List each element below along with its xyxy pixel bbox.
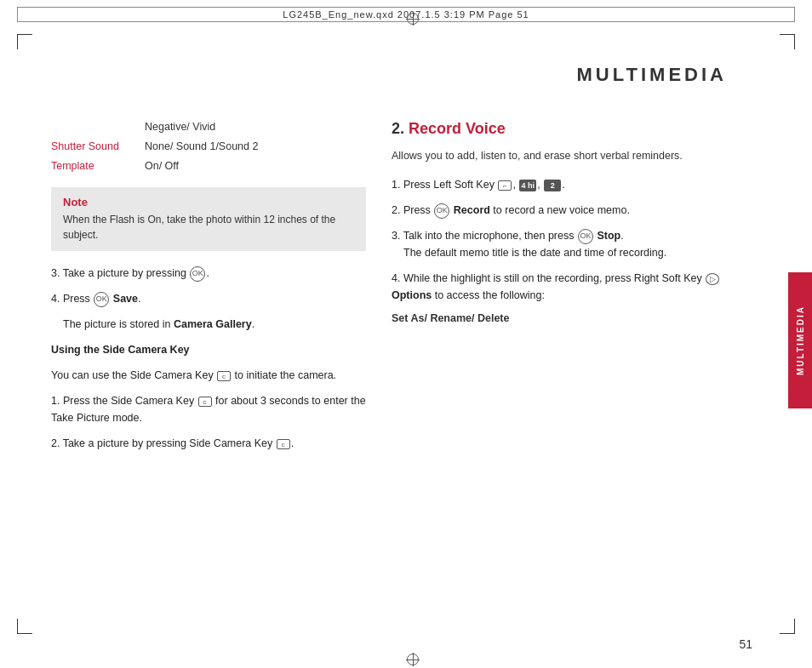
soft-key-icon: ⌐ — [498, 180, 512, 191]
content-area: Negative/ Vivid Shutter Sound None/ Soun… — [51, 119, 761, 617]
side-step-1: 1. Press the Side Camera Key c for about… — [51, 392, 366, 426]
section-title: 2. Record Voice — [392, 119, 761, 139]
step-3: 3. Take a picture by pressing OK. — [51, 265, 366, 282]
table-label-empty — [51, 119, 128, 135]
right-step-3: 3. Talk into the microphone, then press … — [392, 227, 761, 261]
sidebar-multimedia: MULTIMEDIA — [788, 272, 812, 408]
corner-mark-br — [780, 619, 795, 634]
cam-icon-2: c — [277, 439, 290, 449]
table-value-negative: Negative/ Vivid — [145, 119, 215, 135]
table-row: Negative/ Vivid — [51, 119, 366, 135]
right-step-4: 4. While the highlight is still on the r… — [392, 270, 761, 304]
table-value-sound: None/ Sound 1/Sound 2 — [145, 139, 258, 155]
sidebar-text: MULTIMEDIA — [796, 305, 805, 375]
left-column: Negative/ Vivid Shutter Sound None/ Soun… — [51, 119, 366, 617]
right-step-1: 1. Press Left Soft Key ⌐, 4 hi, 2 abc. — [392, 176, 761, 193]
corner-mark-bl — [17, 619, 32, 634]
side-step-2: 2. Take a picture by pressing Side Camer… — [51, 435, 366, 452]
section-number: 2. — [392, 120, 409, 137]
note-box: Note When the Flash is On, take the phot… — [51, 187, 366, 251]
side-camera-desc: You can use the Side Camera Key c to ini… — [51, 367, 366, 384]
cam-icon-1: c — [198, 397, 212, 407]
ok-icon-r3: OK — [578, 229, 593, 244]
table-label-template: Template — [51, 158, 128, 174]
sub-options: Set As/ Rename/ Delete — [392, 312, 761, 324]
page-title: MULTIMEDIA — [577, 64, 727, 86]
table-value-onoff: On/ Off — [145, 158, 179, 174]
right-column: 2. Record Voice Allows you to add, liste… — [392, 119, 761, 617]
page-number: 51 — [739, 637, 752, 651]
table-row-shutter: Shutter Sound None/ Sound 1/Sound 2 — [51, 139, 366, 155]
table-row-template: Template On/ Off — [51, 158, 366, 174]
table-label-shutter: Shutter Sound — [51, 139, 128, 155]
ok-icon-step4: OK — [94, 292, 109, 307]
side-camera-heading: Using the Side Camera Key — [51, 341, 366, 358]
note-title: Note — [63, 196, 354, 208]
section-description: Allows you to add, listen to, and erase … — [392, 147, 761, 164]
table-section: Negative/ Vivid Shutter Sound None/ Soun… — [51, 119, 366, 174]
note-text: When the Flash is On, take the photo wit… — [63, 212, 354, 243]
icon-4hi: 4 hi — [519, 180, 536, 191]
corner-mark-tr — [780, 34, 795, 49]
icon-2abc: 2 abc — [544, 180, 561, 191]
right-step-2: 2. Press OK Record to record a new voice… — [392, 202, 761, 219]
right-soft-icon: ▷ — [706, 273, 719, 285]
corner-mark-tl — [17, 34, 32, 49]
step-4-indent: The picture is stored in Camera Gallery. — [63, 316, 366, 333]
step-4: 4. Press OK Save. — [51, 290, 366, 307]
ok-icon-r2: OK — [434, 203, 449, 219]
cam-icon-desc: c — [217, 371, 231, 381]
ok-icon-step3: OK — [190, 266, 205, 282]
